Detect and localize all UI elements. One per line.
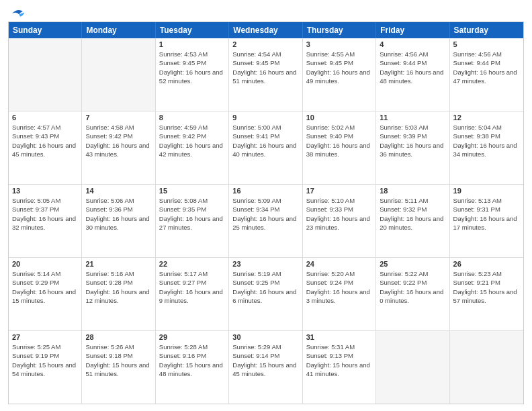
day-number: 29 [159, 333, 225, 341]
daylight-text: Daylight: 16 hours and 43 minutes. [85, 141, 151, 159]
sunrise-text: Sunrise: 4:56 AM [453, 50, 520, 58]
sunset-text: Sunset: 9:44 PM [380, 58, 445, 67]
daylight-text: Daylight: 16 hours and 38 minutes. [306, 141, 372, 159]
daylight-text: Daylight: 16 hours and 34 minutes. [453, 141, 520, 159]
calendar-body: 1Sunrise: 4:53 AMSunset: 9:45 PMDaylight… [9, 38, 523, 404]
calendar-cell-24: 24Sunrise: 5:20 AMSunset: 9:24 PMDayligh… [303, 258, 376, 330]
calendar-cell-10: 10Sunrise: 5:02 AMSunset: 9:40 PMDayligh… [303, 111, 376, 184]
day-number: 5 [453, 40, 520, 48]
sunrise-text: Sunrise: 4:53 AM [159, 50, 225, 58]
daylight-text: Daylight: 16 hours and 27 minutes. [159, 214, 225, 232]
day-number: 20 [12, 260, 78, 268]
sunrise-text: Sunrise: 5:05 AM [12, 196, 78, 205]
day-number: 17 [306, 187, 372, 195]
sunrise-text: Sunrise: 4:56 AM [380, 50, 445, 58]
sunset-text: Sunset: 9:28 PM [85, 278, 151, 287]
calendar-cell-11: 11Sunrise: 5:03 AMSunset: 9:39 PMDayligh… [376, 111, 449, 184]
sunrise-text: Sunrise: 4:59 AM [159, 123, 225, 132]
calendar-cell-29: 29Sunrise: 5:28 AMSunset: 9:16 PMDayligh… [156, 331, 229, 404]
sunset-text: Sunset: 9:33 PM [306, 205, 372, 214]
sunrise-text: Sunrise: 5:17 AM [159, 269, 225, 278]
calendar-cell-31: 31Sunrise: 5:31 AMSunset: 9:13 PMDayligh… [303, 331, 376, 404]
calendar-cell-19: 19Sunrise: 5:13 AMSunset: 9:31 PMDayligh… [450, 185, 523, 257]
sunrise-text: Sunrise: 5:26 AM [85, 342, 151, 351]
weekday-header-wednesday: Wednesday [229, 22, 302, 38]
calendar-cell-15: 15Sunrise: 5:08 AMSunset: 9:35 PMDayligh… [156, 185, 229, 257]
daylight-text: Daylight: 16 hours and 52 minutes. [159, 68, 225, 86]
day-number: 30 [232, 333, 298, 341]
calendar-row-1: 1Sunrise: 4:53 AMSunset: 9:45 PMDaylight… [9, 38, 523, 111]
main-container: SundayMondayTuesdayWednesdayThursdayFrid… [0, 0, 532, 411]
sunrise-text: Sunrise: 5:25 AM [12, 342, 78, 351]
calendar-row-3: 13Sunrise: 5:05 AMSunset: 9:37 PMDayligh… [9, 185, 523, 258]
calendar-cell-12: 12Sunrise: 5:04 AMSunset: 9:38 PMDayligh… [450, 111, 523, 184]
day-number: 19 [453, 187, 520, 195]
calendar-cell-26: 26Sunrise: 5:23 AMSunset: 9:21 PMDayligh… [450, 258, 523, 330]
calendar-cell-9: 9Sunrise: 5:00 AMSunset: 9:41 PMDaylight… [229, 111, 302, 184]
sunset-text: Sunset: 9:45 PM [232, 58, 298, 67]
calendar-cell-empty [376, 331, 449, 404]
sunset-text: Sunset: 9:19 PM [12, 351, 78, 360]
daylight-text: Daylight: 15 hours and 57 minutes. [453, 287, 520, 306]
calendar-row-2: 6Sunrise: 4:57 AMSunset: 9:43 PMDaylight… [9, 111, 523, 185]
calendar-cell-empty [82, 38, 155, 111]
calendar-cell-16: 16Sunrise: 5:09 AMSunset: 9:34 PMDayligh… [229, 185, 302, 257]
sunset-text: Sunset: 9:35 PM [159, 205, 225, 214]
calendar-row-5: 27Sunrise: 5:25 AMSunset: 9:19 PMDayligh… [9, 331, 523, 404]
sunrise-text: Sunrise: 4:55 AM [306, 50, 372, 58]
calendar-cell-8: 8Sunrise: 4:59 AMSunset: 9:42 PMDaylight… [156, 111, 229, 184]
daylight-text: Daylight: 16 hours and 42 minutes. [159, 141, 225, 159]
sunset-text: Sunset: 9:29 PM [12, 278, 78, 287]
logo [8, 7, 26, 17]
daylight-text: Daylight: 16 hours and 3 minutes. [306, 287, 372, 306]
sunrise-text: Sunrise: 5:02 AM [306, 123, 372, 132]
sunset-text: Sunset: 9:34 PM [232, 205, 298, 214]
sunset-text: Sunset: 9:44 PM [453, 58, 520, 67]
sunrise-text: Sunrise: 5:08 AM [159, 196, 225, 205]
sunrise-text: Sunrise: 4:58 AM [85, 123, 151, 132]
sunrise-text: Sunrise: 5:13 AM [453, 196, 520, 205]
sunset-text: Sunset: 9:32 PM [380, 205, 445, 214]
sunset-text: Sunset: 9:39 PM [380, 132, 445, 140]
calendar-cell-28: 28Sunrise: 5:26 AMSunset: 9:18 PMDayligh… [82, 331, 155, 404]
sunrise-text: Sunrise: 4:57 AM [12, 123, 78, 132]
daylight-text: Daylight: 16 hours and 51 minutes. [232, 68, 298, 86]
sunrise-text: Sunrise: 5:09 AM [232, 196, 298, 205]
sunset-text: Sunset: 9:41 PM [232, 132, 298, 140]
sunset-text: Sunset: 9:37 PM [12, 205, 78, 214]
day-number: 10 [306, 113, 372, 122]
daylight-text: Daylight: 15 hours and 51 minutes. [85, 361, 151, 379]
day-number: 18 [380, 187, 445, 195]
calendar-cell-14: 14Sunrise: 5:06 AMSunset: 9:36 PMDayligh… [82, 185, 155, 257]
day-number: 25 [380, 260, 445, 268]
daylight-text: Daylight: 16 hours and 47 minutes. [453, 68, 520, 86]
calendar-cell-empty [450, 331, 523, 404]
sunrise-text: Sunrise: 5:29 AM [232, 342, 298, 351]
calendar-cell-6: 6Sunrise: 4:57 AMSunset: 9:43 PMDaylight… [9, 111, 82, 184]
day-number: 6 [12, 113, 78, 122]
daylight-text: Daylight: 16 hours and 25 minutes. [232, 214, 298, 232]
day-number: 21 [85, 260, 151, 268]
calendar-cell-22: 22Sunrise: 5:17 AMSunset: 9:27 PMDayligh… [156, 258, 229, 330]
sunset-text: Sunset: 9:42 PM [159, 132, 225, 140]
daylight-text: Daylight: 16 hours and 9 minutes. [159, 287, 225, 306]
weekday-header-thursday: Thursday [303, 22, 376, 38]
daylight-text: Daylight: 16 hours and 23 minutes. [306, 214, 372, 232]
day-number: 22 [159, 260, 225, 268]
calendar-cell-30: 30Sunrise: 5:29 AMSunset: 9:14 PMDayligh… [229, 331, 302, 404]
sunset-text: Sunset: 9:22 PM [380, 278, 445, 287]
sunrise-text: Sunrise: 5:03 AM [380, 123, 445, 132]
sunset-text: Sunset: 9:42 PM [85, 132, 151, 140]
sunrise-text: Sunrise: 4:54 AM [232, 50, 298, 58]
sunset-text: Sunset: 9:38 PM [453, 132, 520, 140]
calendar: SundayMondayTuesdayWednesdayThursdayFrid… [8, 21, 524, 404]
sunrise-text: Sunrise: 5:28 AM [159, 342, 225, 351]
daylight-text: Daylight: 16 hours and 15 minutes. [12, 287, 78, 306]
sunset-text: Sunset: 9:36 PM [85, 205, 151, 214]
calendar-cell-1: 1Sunrise: 4:53 AMSunset: 9:45 PMDaylight… [156, 38, 229, 111]
sunset-text: Sunset: 9:43 PM [12, 132, 78, 140]
daylight-text: Daylight: 16 hours and 49 minutes. [306, 68, 372, 86]
sunset-text: Sunset: 9:27 PM [159, 278, 225, 287]
calendar-cell-13: 13Sunrise: 5:05 AMSunset: 9:37 PMDayligh… [9, 185, 82, 257]
daylight-text: Daylight: 16 hours and 0 minutes. [380, 287, 445, 306]
